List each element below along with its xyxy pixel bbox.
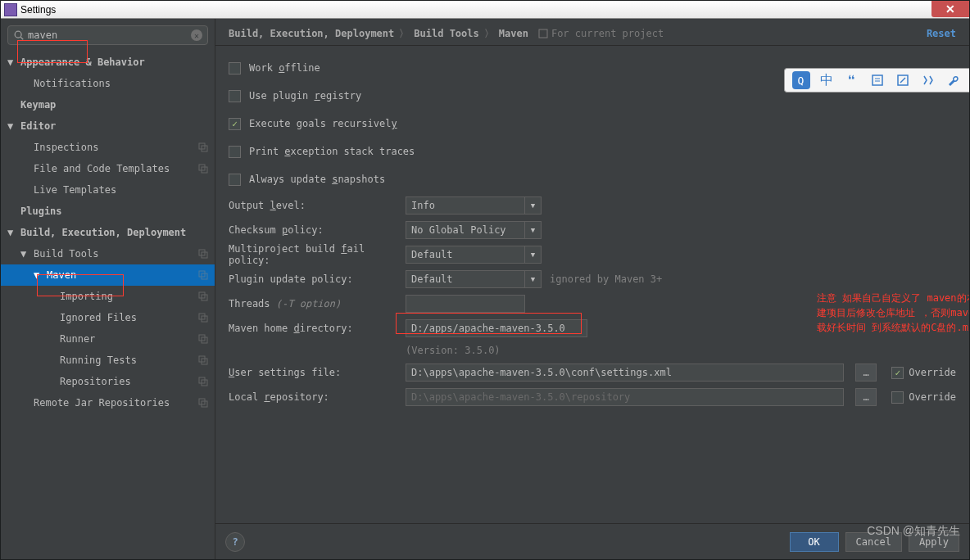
- execute-goals-checkbox[interactable]: [229, 118, 241, 130]
- copy-icon: [198, 334, 208, 344]
- svg-point-0: [15, 31, 21, 38]
- chevron-right-icon: 〉: [399, 27, 409, 41]
- tree-item-build-tools[interactable]: ▼Build Tools: [1, 243, 215, 264]
- tree-item-notifications[interactable]: Notifications: [1, 73, 215, 94]
- note-icon[interactable]: [868, 71, 886, 89]
- expand-icon: ▼: [20, 248, 29, 260]
- copy-icon: [198, 164, 208, 174]
- work-offline-checkbox[interactable]: [229, 62, 241, 75]
- settings-main-panel: Build, Execution, Deployment 〉 Build Too…: [215, 19, 969, 559]
- annotation-text: 注意 如果自己自定义了 maven的本地仓库地址 ，注意在新创 建项目后修改仓库…: [817, 291, 969, 335]
- tree-item-editor[interactable]: ▼Editor: [1, 115, 215, 137]
- ok-button[interactable]: OK: [790, 532, 839, 552]
- tree-item-label: Build Tools: [34, 248, 98, 260]
- cn-char-icon[interactable]: 中: [818, 71, 836, 89]
- copy-icon: [198, 313, 208, 323]
- breadcrumb: Build, Execution, Deployment 〉 Build Too…: [215, 19, 969, 42]
- tree-item-label: Maven: [47, 269, 76, 281]
- tree-item-label: File and Code Templates: [34, 163, 170, 174]
- tree-item-ignored-files[interactable]: Ignored Files: [1, 307, 215, 328]
- browse-button[interactable]: …: [855, 388, 877, 406]
- tree-item-plugins[interactable]: Plugins: [1, 201, 215, 222]
- settings-tree: ▼Appearance & BehaviorNotificationsKeyma…: [1, 48, 215, 559]
- plugin-update-dropdown[interactable]: Default ▼: [406, 270, 542, 288]
- tree-item-keymap[interactable]: Keymap: [1, 94, 215, 115]
- wrench-icon[interactable]: [945, 71, 963, 89]
- svg-line-1: [20, 37, 23, 39]
- floating-toolbar[interactable]: Q 中 ❝: [784, 68, 969, 93]
- tree-item-runner[interactable]: Runner: [1, 328, 215, 350]
- chevron-right-icon: 〉: [484, 27, 494, 41]
- quote-icon[interactable]: ❝: [843, 71, 861, 89]
- copy-icon: [198, 291, 208, 301]
- tree-item-build-execution-deployment[interactable]: ▼Build, Execution, Deployment: [1, 222, 215, 243]
- search-tool-icon[interactable]: Q: [792, 71, 810, 89]
- tree-item-running-tests[interactable]: Running Tests: [1, 350, 215, 371]
- tree-item-remote-jar-repositories[interactable]: Remote Jar Repositories: [1, 392, 215, 413]
- plugin-update-note: ignored by Maven 3+: [550, 273, 662, 285]
- multiproject-fail-dropdown[interactable]: Default ▼: [406, 246, 542, 264]
- tree-item-label: Plugins: [20, 205, 62, 217]
- tree-item-label: Editor: [20, 120, 56, 132]
- tree-item-label: Inspections: [34, 142, 98, 153]
- settings-search[interactable]: ✕: [7, 25, 208, 45]
- execute-goals-label: Execute goals recursively: [249, 118, 397, 129]
- output-level-label: Output level:: [229, 200, 397, 211]
- local-repo-input[interactable]: D:\apps\apache-maven-3.5.0\repository: [406, 388, 844, 406]
- settings-sidebar: ✕ ▼Appearance & BehaviorNotificationsKey…: [1, 19, 215, 559]
- maven-home-input[interactable]: D:/apps/apache-maven-3.5.0: [406, 319, 587, 337]
- help-button[interactable]: ?: [225, 532, 245, 552]
- local-repo-label: Local repository:: [229, 391, 397, 403]
- tree-item-label: Remote Jar Repositories: [34, 397, 170, 409]
- tree-item-label: Build, Execution, Deployment: [20, 227, 186, 238]
- tree-item-file-and-code-templates[interactable]: File and Code Templates: [1, 158, 215, 179]
- window-titlebar: Settings ✕: [1, 1, 969, 19]
- window-close-button[interactable]: ✕: [931, 1, 969, 17]
- use-plugin-registry-checkbox[interactable]: [229, 90, 241, 102]
- tree-item-label: Keymap: [20, 99, 56, 111]
- output-level-dropdown[interactable]: Info ▼: [406, 196, 542, 215]
- expand-icon: ▼: [7, 120, 16, 132]
- search-clear-icon[interactable]: ✕: [191, 29, 202, 41]
- chevron-down-icon: ▼: [524, 197, 541, 214]
- checksum-policy-dropdown[interactable]: No Global Policy ▼: [406, 221, 542, 239]
- copy-icon: [198, 355, 208, 365]
- tree-item-live-templates[interactable]: Live Templates: [1, 179, 215, 201]
- reset-link[interactable]: Reset: [927, 28, 956, 39]
- watermark: CSDN @知青先生: [867, 524, 960, 539]
- maven-version-label: (Version: 3.5.0): [406, 341, 956, 360]
- search-input[interactable]: [28, 29, 191, 41]
- tree-item-inspections[interactable]: Inspections: [1, 137, 215, 158]
- edit-icon[interactable]: [894, 71, 912, 89]
- tree-item-importing[interactable]: Importing: [1, 286, 215, 307]
- tree-item-maven[interactable]: ▼Maven: [1, 264, 215, 286]
- chevron-down-icon: ▼: [524, 246, 541, 263]
- expand-icon: ▼: [7, 56, 16, 68]
- tree-item-appearance-behavior[interactable]: ▼Appearance & Behavior: [1, 52, 215, 73]
- plugin-update-label: Plugin update policy:: [229, 273, 397, 285]
- override-label: Override: [909, 367, 956, 378]
- browse-button[interactable]: …: [855, 364, 877, 382]
- user-settings-override-checkbox[interactable]: [891, 367, 904, 379]
- local-repo-override-checkbox[interactable]: [891, 391, 904, 404]
- chevron-down-icon: ▼: [524, 271, 541, 287]
- app-icon: [4, 3, 17, 16]
- tree-item-repositories[interactable]: Repositories: [1, 371, 215, 392]
- print-exception-checkbox[interactable]: [229, 146, 241, 158]
- chevron-down-icon: ▼: [524, 222, 541, 238]
- user-settings-label: User settings file:: [229, 367, 397, 378]
- dialog-footer: ? OK Cancel Apply: [215, 523, 969, 559]
- threads-input[interactable]: [406, 295, 525, 313]
- settings-tool-icon[interactable]: [919, 71, 937, 89]
- breadcrumb-part: Build Tools: [414, 28, 478, 39]
- tree-item-label: Importing: [60, 291, 113, 302]
- tree-item-label: Live Templates: [34, 184, 116, 196]
- breadcrumb-part: Maven: [499, 28, 528, 39]
- tree-item-label: Appearance & Behavior: [20, 56, 145, 68]
- override-label: Override: [909, 391, 956, 403]
- always-update-checkbox[interactable]: [229, 174, 241, 186]
- window-title: Settings: [20, 4, 56, 16]
- user-settings-input[interactable]: D:\apps\apache-maven-3.5.0\conf\settings…: [406, 364, 844, 382]
- use-plugin-registry-label: Use plugin registry: [249, 90, 361, 102]
- multiproject-fail-label: Multiproject build fail policy:: [229, 243, 397, 266]
